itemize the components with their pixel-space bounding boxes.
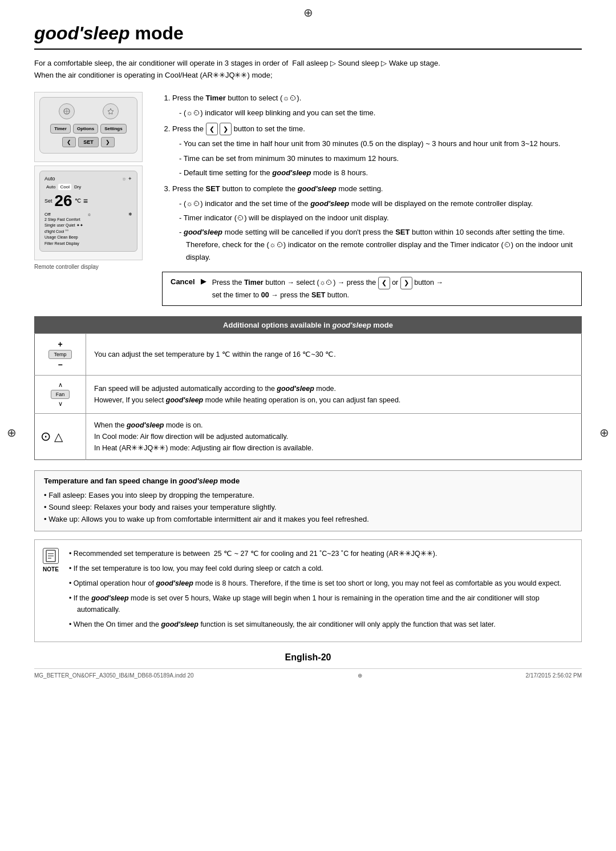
- instructions: Press the Timer button to select (☼⏲). (…: [162, 92, 582, 306]
- footer: MG_BETTER_ON&OFF_A3050_IB&IM_DB68-05189A…: [34, 668, 582, 679]
- display-line2: Single user Quiet ✦✦: [44, 223, 132, 229]
- table-row-airflow: ⊙ △ When the good'sleep mode is on. In C…: [35, 413, 582, 459]
- display-line4: Usage Clean Beep: [44, 235, 132, 241]
- step-2: Press the ❮ ❯ button to set the time. Yo…: [172, 123, 582, 179]
- display-auto-label: Auto: [44, 176, 55, 182]
- note-document-icon: [43, 548, 59, 564]
- page-title: good'sleep mode: [34, 23, 582, 50]
- step2-bold: good'sleep: [272, 168, 311, 177]
- intro-text: For a comfortable sleep, the air conditi…: [34, 58, 582, 82]
- step1-bold: Timer: [206, 94, 226, 102]
- additional-options-table: Additional options available in good'sle…: [34, 316, 582, 460]
- additional-table-header: Additional options available in good'sle…: [35, 316, 582, 333]
- airflow-icon-cell: ⊙ △: [35, 413, 86, 459]
- step-3: Press the SET button to complete the goo…: [172, 183, 582, 264]
- remote-top-image: Timer Options Settings ❮ SET ❯: [34, 92, 143, 162]
- display-equals: ≡: [83, 196, 88, 205]
- cancel-arrow-icon: ▶: [201, 277, 206, 285]
- fan-icon-cell: ∧ Fan ∨: [35, 375, 86, 413]
- reg-mark-left: ⊕: [7, 426, 17, 439]
- fan-speed-list: Fall asleep: Eases you into sleep by dro…: [44, 490, 572, 525]
- fan-speed-title: Temperature and fan speed change in good…: [44, 477, 572, 485]
- display-unit: ℃: [75, 197, 81, 204]
- fan-up-arrow: ∧: [58, 381, 63, 389]
- reg-mark-right: ⊕: [599, 426, 609, 439]
- page: ⊕ ⊕ ⊕ good'sleep mode For a comfortable …: [0, 0, 616, 851]
- display-lower: 2 Step Fast Comfort Single user Quiet ✦✦…: [44, 217, 132, 247]
- display-off-label: Off: [44, 212, 51, 217]
- remote-left-arrow: ❮: [62, 137, 76, 147]
- right-arrow-button: ❯: [220, 123, 232, 136]
- page-number: English-20: [34, 652, 582, 663]
- footer-left: MG_BETTER_ON&OFF_A3050_IB&IM_DB68-05189A…: [34, 672, 194, 679]
- fan-desc: Fan speed will be adjusted automatically…: [86, 375, 582, 413]
- step3-bold: SET: [206, 184, 220, 193]
- display-snowflake-icon: ❄: [128, 212, 132, 217]
- display-set-row: Set 26 ℃ ≡: [44, 192, 132, 210]
- mode-auto: Auto: [44, 184, 57, 190]
- fan-label: Fan: [51, 390, 70, 399]
- steps-list: Press the Timer button to select (☼⏲). (…: [162, 92, 582, 264]
- options-button: Options: [73, 124, 98, 134]
- display-top-row: Auto ☼ ✦: [44, 176, 132, 182]
- note-item-3: Optimal operation hour of good'sleep mod…: [69, 578, 573, 589]
- step3-sub2: Timer indicator (⏲) will be displayed on…: [179, 212, 582, 224]
- airflow-swing-icon: ⊙: [40, 429, 51, 444]
- remote-mode-icon: [103, 103, 119, 119]
- note-box: NOTE Recommended set temperature is betw…: [34, 539, 582, 642]
- remote-buttons-row: Timer Options Settings: [44, 124, 132, 134]
- fan-icon: ∧ Fan ∨: [40, 381, 80, 408]
- note-label: NOTE: [43, 565, 59, 574]
- note-item-5: When the On timer and the good'sleep fun…: [69, 619, 573, 630]
- left-arrow-button: ❮: [206, 123, 218, 136]
- step3-sub1: (☼⏲) indicator and the set time of the g…: [179, 197, 582, 210]
- temp-label: Temp: [48, 350, 71, 359]
- temp-icon-cell: + Temp −: [35, 333, 86, 375]
- minus-icon: −: [58, 360, 62, 369]
- display-set-label: Set: [44, 198, 52, 204]
- remote-set-button: SET: [78, 137, 99, 147]
- note-item-2: If the set temperature is too low, you m…: [69, 563, 573, 574]
- cancel-text: Press the Timer button → select (☼⏲) → p…: [212, 277, 443, 301]
- mode-dry: Dry: [72, 184, 83, 190]
- mode-cool: Cool: [58, 184, 71, 190]
- note-item-1: Recommended set temperature is between 2…: [69, 548, 573, 559]
- display-mode-row: Auto Cool Dry: [44, 184, 132, 190]
- step3-sublist: (☼⏲) indicator and the set time of the g…: [176, 197, 582, 264]
- footer-reg-mark: ⊕: [358, 672, 362, 679]
- display-line5: Filter Reset Display: [44, 241, 132, 247]
- fan-down-arrow: ∨: [58, 400, 63, 408]
- cancel-box: Cancel ▶ Press the Timer button → select…: [162, 272, 582, 306]
- remote-top-icons: [44, 103, 132, 119]
- display-line3: d'light Cool °°: [44, 229, 132, 235]
- airflow-blade-icon: △: [54, 430, 63, 443]
- step1-sub1: (☼⏲) indicator will keep blinking and yo…: [179, 107, 582, 119]
- remote-nav-row: ❮ SET ❯: [44, 137, 132, 147]
- display-mode-label: ☼ ✦: [121, 176, 132, 182]
- display-line1: 2 Step Fast Comfort: [44, 217, 132, 223]
- fan-speed-item-1: Fall asleep: Eases you into sleep by dro…: [44, 490, 572, 502]
- step2-sub2: Time can be set from minimum 30 minutes …: [179, 152, 582, 165]
- step2-sub3: Default time setting for the good'sleep …: [179, 167, 582, 179]
- cancel-right-btn: ❯: [400, 277, 412, 289]
- remote-right-arrow: ❯: [101, 137, 115, 147]
- temp-desc: You can adjust the set temperature by 1 …: [86, 333, 582, 375]
- step2-sub1: You can set the time in half hour unit f…: [179, 138, 582, 150]
- cancel-left-btn: ❮: [378, 277, 390, 289]
- table-row-temp: + Temp − You can adjust the set temperat…: [35, 333, 582, 375]
- airflow-desc: When the good'sleep mode is on. In Cool …: [86, 413, 582, 459]
- remote-fan-icon: [59, 103, 75, 119]
- settings-button: Settings: [100, 124, 127, 134]
- remote-container: Timer Options Settings ❮ SET ❯: [34, 92, 148, 306]
- remote-top-panel: Timer Options Settings ❮ SET ❯: [39, 97, 137, 154]
- cancel-label: Cancel: [171, 277, 195, 286]
- reg-mark-top: ⊕: [303, 6, 313, 19]
- note-list: Recommended set temperature is between 2…: [69, 548, 573, 630]
- table-row-fan: ∧ Fan ∨ Fan speed will be adjusted autom…: [35, 375, 582, 413]
- remote-display-image: Auto ☼ ✦ Auto Cool Dry Set 26 ℃ ≡: [34, 166, 143, 261]
- step1-sublist: (☼⏲) indicator will keep blinking and yo…: [176, 107, 582, 119]
- step2-sublist: You can set the time in half hour unit f…: [176, 138, 582, 179]
- fan-speed-item-3: Wake up: Allows you to wake up from comf…: [44, 514, 572, 526]
- footer-right: 2/17/2015 2:56:02 PM: [526, 672, 582, 679]
- airflow-icon: ⊙ △: [40, 429, 80, 444]
